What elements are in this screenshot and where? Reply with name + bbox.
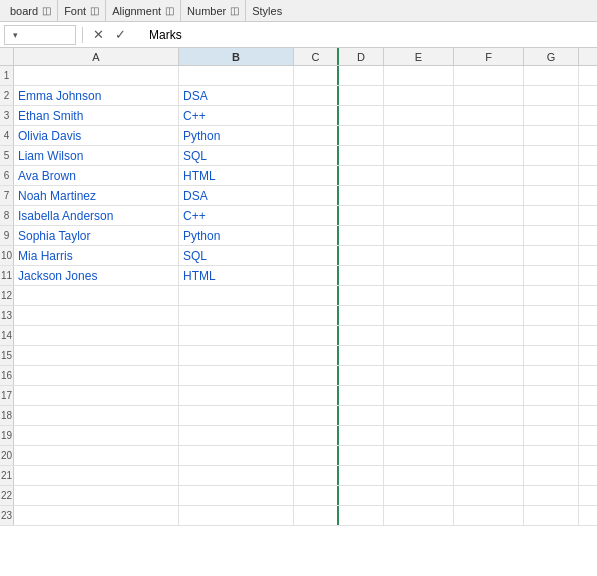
cell-B9[interactable]: Python	[179, 226, 294, 245]
cell-E17[interactable]	[384, 386, 454, 405]
cell-D17[interactable]	[339, 386, 384, 405]
cell-G3[interactable]	[524, 106, 579, 125]
cell-D15[interactable]	[339, 346, 384, 365]
cell-A6[interactable]: Ava Brown	[14, 166, 179, 185]
cell-G8[interactable]	[524, 206, 579, 225]
cell-A20[interactable]	[14, 446, 179, 465]
cell-D2[interactable]	[339, 86, 384, 105]
cell-C10[interactable]	[294, 246, 339, 265]
cell-D16[interactable]	[339, 366, 384, 385]
cell-F8[interactable]	[454, 206, 524, 225]
cell-C2[interactable]	[294, 86, 339, 105]
cell-G2[interactable]	[524, 86, 579, 105]
cell-B2[interactable]: DSA	[179, 86, 294, 105]
cell-C22[interactable]	[294, 486, 339, 505]
cell-A5[interactable]: Liam Wilson	[14, 146, 179, 165]
cell-A14[interactable]	[14, 326, 179, 345]
cell-G6[interactable]	[524, 166, 579, 185]
cell-C1[interactable]	[294, 66, 339, 85]
col-header-F[interactable]: F	[454, 48, 524, 65]
cell-B21[interactable]	[179, 466, 294, 485]
cell-E12[interactable]	[384, 286, 454, 305]
cell-C12[interactable]	[294, 286, 339, 305]
cell-C9[interactable]	[294, 226, 339, 245]
cell-E16[interactable]	[384, 366, 454, 385]
cell-E19[interactable]	[384, 426, 454, 445]
cell-G22[interactable]	[524, 486, 579, 505]
formula-cancel-button[interactable]: ✕	[89, 26, 107, 44]
cell-F18[interactable]	[454, 406, 524, 425]
cell-F3[interactable]	[454, 106, 524, 125]
cell-D8[interactable]	[339, 206, 384, 225]
cell-F1[interactable]	[454, 66, 524, 85]
cell-F21[interactable]	[454, 466, 524, 485]
name-box[interactable]: ▾	[4, 25, 76, 45]
cell-E23[interactable]	[384, 506, 454, 525]
cell-D9[interactable]	[339, 226, 384, 245]
cell-B22[interactable]	[179, 486, 294, 505]
cell-C5[interactable]	[294, 146, 339, 165]
cell-F2[interactable]	[454, 86, 524, 105]
cell-A17[interactable]	[14, 386, 179, 405]
cell-B5[interactable]: SQL	[179, 146, 294, 165]
cell-D4[interactable]	[339, 126, 384, 145]
cell-G21[interactable]	[524, 466, 579, 485]
cell-F9[interactable]	[454, 226, 524, 245]
cell-A10[interactable]: Mia Harris	[14, 246, 179, 265]
col-header-C[interactable]: C	[294, 48, 339, 65]
cell-D21[interactable]	[339, 466, 384, 485]
cell-C17[interactable]	[294, 386, 339, 405]
cell-D23[interactable]	[339, 506, 384, 525]
cell-C19[interactable]	[294, 426, 339, 445]
cell-B18[interactable]	[179, 406, 294, 425]
cell-B8[interactable]: C++	[179, 206, 294, 225]
cell-G5[interactable]	[524, 146, 579, 165]
cell-B6[interactable]: HTML	[179, 166, 294, 185]
col-header-D[interactable]: D	[339, 48, 384, 65]
cell-F7[interactable]	[454, 186, 524, 205]
cell-C16[interactable]	[294, 366, 339, 385]
cell-B10[interactable]: SQL	[179, 246, 294, 265]
cell-F6[interactable]	[454, 166, 524, 185]
cell-B7[interactable]: DSA	[179, 186, 294, 205]
cell-E9[interactable]	[384, 226, 454, 245]
formula-confirm-button[interactable]: ✓	[111, 26, 129, 44]
cell-A16[interactable]	[14, 366, 179, 385]
cell-G15[interactable]	[524, 346, 579, 365]
cell-D6[interactable]	[339, 166, 384, 185]
cell-B19[interactable]	[179, 426, 294, 445]
cell-G16[interactable]	[524, 366, 579, 385]
cell-D5[interactable]	[339, 146, 384, 165]
cell-E7[interactable]	[384, 186, 454, 205]
cell-G11[interactable]	[524, 266, 579, 285]
cell-E13[interactable]	[384, 306, 454, 325]
cell-G23[interactable]	[524, 506, 579, 525]
cell-C11[interactable]	[294, 266, 339, 285]
cell-A23[interactable]	[14, 506, 179, 525]
cell-G1[interactable]	[524, 66, 579, 85]
cell-D7[interactable]	[339, 186, 384, 205]
cell-F12[interactable]	[454, 286, 524, 305]
cell-F4[interactable]	[454, 126, 524, 145]
cell-B13[interactable]	[179, 306, 294, 325]
cell-D1[interactable]	[339, 66, 384, 85]
cell-E21[interactable]	[384, 466, 454, 485]
cell-C7[interactable]	[294, 186, 339, 205]
formula-input[interactable]	[145, 25, 593, 45]
cell-F16[interactable]	[454, 366, 524, 385]
cell-F13[interactable]	[454, 306, 524, 325]
cell-B3[interactable]: C++	[179, 106, 294, 125]
cell-C8[interactable]	[294, 206, 339, 225]
cell-F14[interactable]	[454, 326, 524, 345]
cell-C21[interactable]	[294, 466, 339, 485]
cell-E11[interactable]	[384, 266, 454, 285]
cell-F15[interactable]	[454, 346, 524, 365]
cell-G4[interactable]	[524, 126, 579, 145]
cell-A12[interactable]	[14, 286, 179, 305]
cell-D19[interactable]	[339, 426, 384, 445]
cell-B4[interactable]: Python	[179, 126, 294, 145]
ribbon-font-icon[interactable]: ◫	[90, 5, 99, 16]
cell-G18[interactable]	[524, 406, 579, 425]
cell-E2[interactable]	[384, 86, 454, 105]
cell-E8[interactable]	[384, 206, 454, 225]
